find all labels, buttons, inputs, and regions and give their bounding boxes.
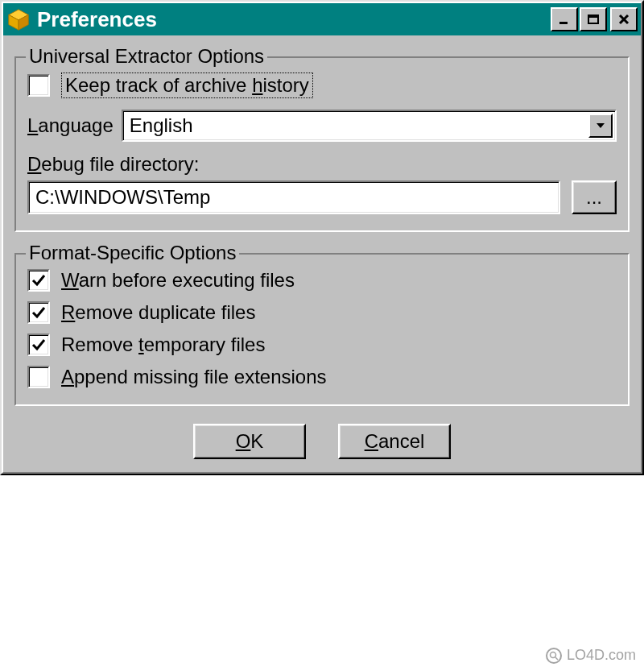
label-keep-history[interactable]: Keep track of archive history xyxy=(61,72,313,98)
close-button[interactable] xyxy=(610,7,638,31)
label-append-ext[interactable]: Append missing file extensions xyxy=(61,366,327,388)
select-language-value: English xyxy=(130,114,193,137)
svg-line-10 xyxy=(555,657,558,660)
dialog-content: Universal Extractor Options Keep track o… xyxy=(3,35,641,472)
row-language: Language English xyxy=(27,110,617,142)
ok-button[interactable]: OK xyxy=(193,424,306,459)
group-format-specific: Format-Specific Options Warn before exec… xyxy=(14,253,630,406)
svg-rect-5 xyxy=(588,15,598,18)
watermark: LO4D.com xyxy=(546,647,636,664)
watermark-text: LO4D.com xyxy=(567,647,636,664)
window-inner: Preferences Universal Extractor Options xyxy=(2,2,642,474)
row-warn: Warn before executing files xyxy=(27,269,617,292)
browse-button[interactable]: ... xyxy=(572,180,617,214)
svg-marker-8 xyxy=(597,123,605,128)
checkbox-remove-temp[interactable] xyxy=(27,334,50,356)
titlebar: Preferences xyxy=(3,3,641,35)
minimize-button[interactable] xyxy=(551,7,578,31)
cancel-button[interactable]: Cancel xyxy=(338,424,451,459)
input-debug-dir[interactable]: C:\WINDOWS\Temp xyxy=(27,180,560,214)
titlebar-buttons xyxy=(549,7,638,31)
checkbox-append-ext[interactable] xyxy=(27,366,50,388)
group-universal-extractor: Universal Extractor Options Keep track o… xyxy=(14,56,630,232)
window-title: Preferences xyxy=(37,7,549,32)
row-remove-temp: Remove temporary files xyxy=(27,334,617,356)
row-debug-dir: C:\WINDOWS\Temp ... xyxy=(27,180,617,214)
label-remove-dup[interactable]: Remove duplicate files xyxy=(61,301,255,324)
row-debug-dir-label: Debug file directory: xyxy=(27,153,617,176)
svg-point-9 xyxy=(550,652,555,657)
maximize-button[interactable] xyxy=(580,7,607,31)
label-language: Language xyxy=(27,114,114,137)
group-format-legend: Format-Specific Options xyxy=(26,242,239,264)
checkbox-keep-history[interactable] xyxy=(27,74,50,97)
row-keep-history: Keep track of archive history xyxy=(27,72,617,98)
svg-rect-3 xyxy=(559,22,568,24)
select-language[interactable]: English xyxy=(122,110,617,142)
dialog-button-row: OK Cancel xyxy=(14,424,630,459)
checkbox-warn[interactable] xyxy=(27,269,50,292)
preferences-window: Preferences Universal Extractor Options xyxy=(0,0,644,475)
row-append-ext: Append missing file extensions xyxy=(27,366,617,388)
row-remove-dup: Remove duplicate files xyxy=(27,301,617,324)
label-warn[interactable]: Warn before executing files xyxy=(61,269,295,292)
label-debug-dir: Debug file directory: xyxy=(27,153,199,175)
app-box-icon xyxy=(6,7,31,31)
group-universal-legend: Universal Extractor Options xyxy=(26,45,267,68)
checkbox-remove-dup[interactable] xyxy=(27,301,50,324)
label-remove-temp[interactable]: Remove temporary files xyxy=(61,334,265,356)
dropdown-arrow-icon[interactable] xyxy=(588,114,613,138)
magnifier-icon xyxy=(546,648,562,664)
